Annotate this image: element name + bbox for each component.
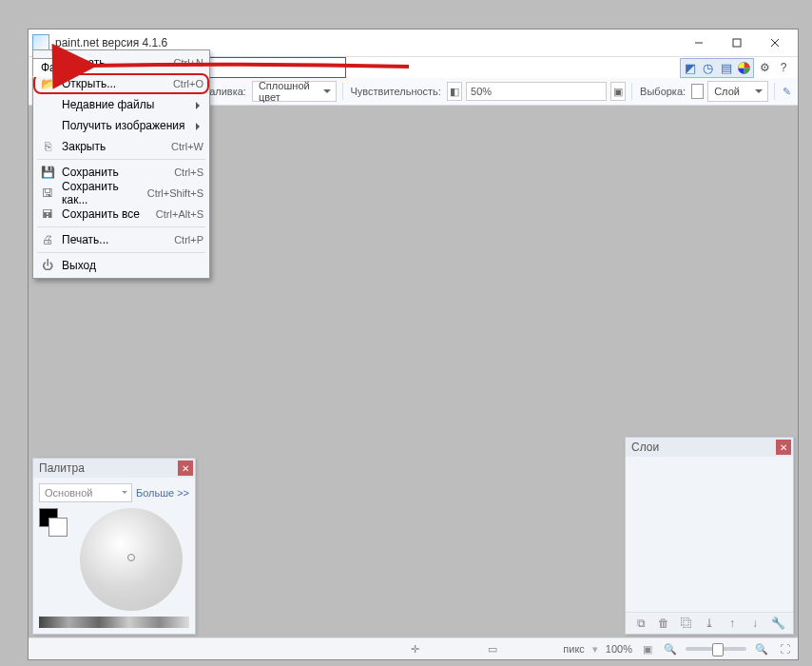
palette-panel[interactable]: Палитра ✕ Основной Больше >> bbox=[32, 458, 196, 635]
fullscreen-icon[interactable]: ⛶ bbox=[777, 641, 792, 656]
menubar-right: ◩ ◷ ▤ ⚙ ? bbox=[680, 57, 792, 78]
sensitivity-input[interactable] bbox=[466, 82, 607, 101]
history-toggle-icon[interactable]: ◷ bbox=[699, 59, 717, 77]
window-frame: paint.net версия 4.1.6 Файл ◩ ◷ ▤ bbox=[28, 29, 799, 660]
layer-merge-icon[interactable]: ⤓ bbox=[702, 616, 717, 631]
layer-props-icon[interactable]: 🔧 bbox=[770, 616, 785, 631]
menu-acquire[interactable]: Получить изображения bbox=[33, 115, 209, 136]
menu-recent[interactable]: Недавние файлы bbox=[33, 94, 209, 115]
submenu-arrow-icon bbox=[196, 102, 203, 109]
palette-primary-select[interactable]: Основной bbox=[39, 483, 132, 502]
layer-up-icon[interactable]: ↑ bbox=[725, 616, 740, 631]
layers-panel[interactable]: Слои ✕ ⧉ 🗑 ⿻ ⤓ ↑ ↓ 🔧 bbox=[625, 437, 794, 635]
settings-icon[interactable]: ⚙ bbox=[756, 59, 773, 76]
svg-rect-0 bbox=[733, 39, 741, 47]
help-icon[interactable]: ? bbox=[775, 59, 792, 76]
palette-close-icon[interactable]: ✕ bbox=[178, 460, 193, 476]
save-as-icon: 🖫 bbox=[39, 185, 56, 202]
zoom-value: 100% bbox=[606, 643, 632, 655]
secondary-swatch[interactable] bbox=[48, 518, 68, 537]
layer-swatch-icon bbox=[691, 84, 704, 99]
zoom-out-icon[interactable]: 🔍 bbox=[663, 641, 678, 656]
menu-save-all[interactable]: 🖬 Сохранить все Ctrl+Alt+S bbox=[33, 204, 209, 225]
cursor-pos-icon: ✛ bbox=[407, 641, 422, 656]
selection-label: Выборка: bbox=[640, 86, 686, 97]
app-window: paint.net версия 4.1.6 Файл ◩ ◷ ▤ bbox=[0, 0, 812, 666]
fill-select[interactable]: Сплошной цвет bbox=[252, 81, 337, 102]
layer-down-icon[interactable]: ↓ bbox=[747, 616, 763, 631]
size-icon: ▭ bbox=[485, 641, 500, 656]
submenu-arrow-icon bbox=[196, 123, 203, 130]
close-doc-icon: ⎘ bbox=[39, 138, 56, 155]
slider-thumb[interactable] bbox=[712, 643, 724, 656]
layer-add-icon[interactable]: ⧉ bbox=[633, 616, 648, 631]
print-icon: 🖨 bbox=[39, 231, 56, 248]
statusbar: ✛ ▭ пикс ▾ 100% ▣ 🔍 🔍 ⛶ bbox=[29, 637, 798, 659]
wheel-cursor-icon bbox=[127, 554, 135, 561]
menu-separator bbox=[37, 252, 205, 253]
zoom-slider[interactable] bbox=[686, 647, 746, 651]
save-all-icon: 🖬 bbox=[39, 206, 56, 223]
sensitivity-button[interactable]: ◧ bbox=[447, 82, 462, 101]
close-button[interactable] bbox=[756, 32, 794, 53]
sensitivity-label: Чувствительность: bbox=[350, 86, 440, 97]
palette-more-link[interactable]: Больше >> bbox=[136, 487, 189, 499]
window-title: paint.net версия 4.1.6 bbox=[55, 36, 680, 49]
layer-delete-icon[interactable]: 🗑 bbox=[656, 616, 671, 631]
layers-toggle-icon[interactable]: ▤ bbox=[717, 59, 735, 77]
menu-save-as[interactable]: 🖫 Сохранить как... Ctrl+Shift+S bbox=[33, 183, 209, 204]
save-icon: 💾 bbox=[39, 164, 56, 181]
menu-separator bbox=[37, 226, 205, 227]
menu-file[interactable]: Файл bbox=[32, 58, 78, 77]
colors-toggle-icon[interactable] bbox=[735, 59, 753, 77]
expand-button[interactable]: ▣ bbox=[610, 82, 626, 101]
menu-print[interactable]: 🖨 Печать... Ctrl+P bbox=[33, 229, 209, 250]
layers-footer: ⧉ 🗑 ⿻ ⤓ ↑ ↓ 🔧 bbox=[626, 612, 793, 634]
minimize-button[interactable] bbox=[680, 32, 718, 53]
color-wheel[interactable] bbox=[80, 508, 183, 611]
exit-icon: ⏻ bbox=[39, 257, 56, 274]
zoom-in-icon[interactable]: 🔍 bbox=[754, 641, 769, 656]
tools-toggle-icon[interactable]: ◩ bbox=[681, 59, 699, 77]
menu-close[interactable]: ⎘ Закрыть Ctrl+W bbox=[33, 136, 209, 157]
color-swatches[interactable] bbox=[39, 508, 68, 535]
palette-title: Палитра ✕ bbox=[33, 459, 195, 478]
curve-icon[interactable]: ✎ bbox=[781, 83, 794, 100]
file-dropdown: 🗋 Создать... Ctrl+N 📂 Открыть... Ctrl+O … bbox=[32, 49, 210, 279]
layers-close-icon[interactable]: ✕ bbox=[776, 440, 791, 455]
zoom-fit-icon[interactable]: ▣ bbox=[640, 641, 655, 656]
layers-title: Слои ✕ bbox=[626, 438, 793, 457]
panel-toggles: ◩ ◷ ▤ bbox=[680, 58, 754, 78]
menu-exit[interactable]: ⏻ Выход bbox=[33, 255, 209, 276]
menu-separator bbox=[37, 159, 205, 160]
palette-strip[interactable] bbox=[39, 617, 189, 628]
window-controls bbox=[680, 32, 794, 53]
layers-list[interactable] bbox=[626, 457, 793, 612]
maximize-button[interactable] bbox=[718, 32, 756, 53]
layer-dup-icon[interactable]: ⿻ bbox=[679, 616, 694, 631]
selection-select[interactable]: Слой bbox=[707, 81, 768, 102]
open-folder-icon: 📂 bbox=[39, 75, 56, 92]
unit-label[interactable]: пикс bbox=[563, 643, 585, 655]
